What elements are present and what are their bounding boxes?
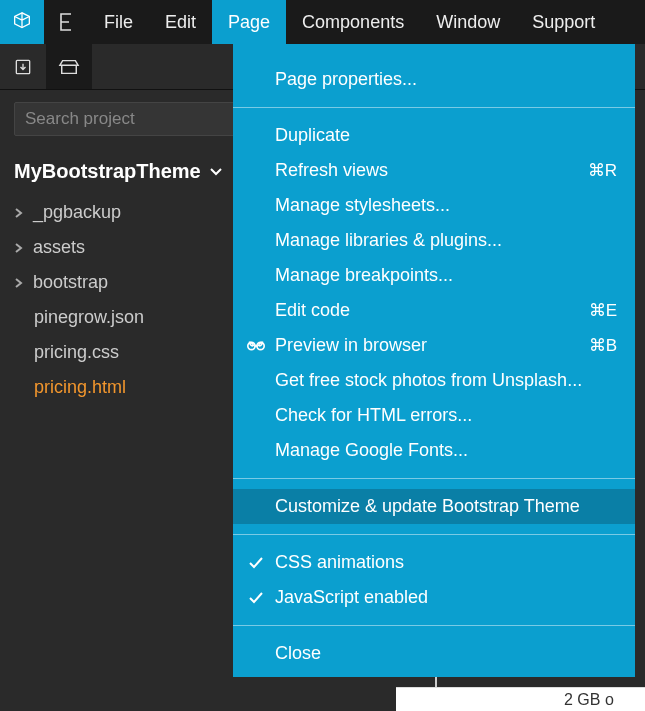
chevron-right-icon bbox=[14, 277, 27, 289]
app-logo-icon[interactable] bbox=[0, 0, 44, 44]
dd-label: Manage stylesheets... bbox=[275, 195, 450, 216]
dd-manage-libraries[interactable]: Manage libraries & plugins... bbox=[233, 223, 635, 258]
dd-label: Check for HTML errors... bbox=[275, 405, 472, 426]
dd-google-fonts[interactable]: Manage Google Fonts... bbox=[233, 433, 635, 468]
check-icon bbox=[245, 591, 267, 605]
dd-refresh-views[interactable]: Refresh views ⌘R bbox=[233, 153, 635, 188]
dd-shortcut: ⌘B bbox=[589, 335, 617, 356]
dd-manage-stylesheets[interactable]: Manage stylesheets... bbox=[233, 188, 635, 223]
dd-label: Duplicate bbox=[275, 125, 350, 146]
dd-close[interactable]: Close bbox=[233, 636, 635, 671]
dd-js-enabled[interactable]: JavaScript enabled bbox=[233, 580, 635, 615]
dd-label: Edit code bbox=[275, 300, 350, 321]
chevron-down-icon bbox=[209, 167, 223, 177]
chevron-right-icon bbox=[14, 207, 27, 219]
dd-page-properties[interactable]: Page properties... bbox=[233, 62, 635, 97]
tree-label: pinegrow.json bbox=[34, 307, 144, 328]
tree-label: bootstrap bbox=[33, 272, 108, 293]
menu-support[interactable]: Support bbox=[516, 0, 611, 44]
tree-label: pricing.css bbox=[34, 342, 119, 363]
dropdown-separator bbox=[233, 107, 635, 108]
tree-label: assets bbox=[33, 237, 85, 258]
menu-components[interactable]: Components bbox=[286, 0, 420, 44]
tree-label: _pgbackup bbox=[33, 202, 121, 223]
page-dropdown: Page properties... Duplicate Refresh vie… bbox=[233, 44, 635, 677]
dd-label: Refresh views bbox=[275, 160, 388, 181]
dd-check-html-errors[interactable]: Check for HTML errors... bbox=[233, 398, 635, 433]
dd-label: CSS animations bbox=[275, 552, 404, 573]
dd-edit-code[interactable]: Edit code ⌘E bbox=[233, 293, 635, 328]
menu-file[interactable]: File bbox=[88, 0, 149, 44]
check-icon bbox=[245, 556, 267, 570]
dd-manage-breakpoints[interactable]: Manage breakpoints... bbox=[233, 258, 635, 293]
toolbar-project-icon[interactable] bbox=[46, 44, 92, 89]
dropdown-separator bbox=[233, 625, 635, 626]
dd-label: Get free stock photos from Unsplash... bbox=[275, 370, 582, 391]
menu-page[interactable]: Page bbox=[212, 0, 286, 44]
dd-css-animations[interactable]: CSS animations bbox=[233, 545, 635, 580]
dd-label: JavaScript enabled bbox=[275, 587, 428, 608]
dd-shortcut: ⌘R bbox=[588, 160, 617, 181]
dropdown-separator bbox=[233, 478, 635, 479]
dd-label: Customize & update Bootstrap Theme bbox=[275, 496, 580, 517]
tree-label: pricing.html bbox=[34, 377, 126, 398]
dd-label: Manage breakpoints... bbox=[275, 265, 453, 286]
dd-duplicate[interactable]: Duplicate bbox=[233, 118, 635, 153]
menu-edit[interactable]: Edit bbox=[149, 0, 212, 44]
dd-label: Manage libraries & plugins... bbox=[275, 230, 502, 251]
menubar: File Edit Page Components Window Support bbox=[0, 0, 645, 44]
toolbar-import-icon[interactable] bbox=[0, 44, 46, 89]
dd-label: Manage Google Fonts... bbox=[275, 440, 468, 461]
link-icon bbox=[245, 340, 267, 352]
dd-customize-bootstrap[interactable]: Customize & update Bootstrap Theme bbox=[233, 489, 635, 524]
dd-label: Preview in browser bbox=[275, 335, 427, 356]
dd-unsplash[interactable]: Get free stock photos from Unsplash... bbox=[233, 363, 635, 398]
dd-label: Close bbox=[275, 643, 321, 664]
dd-shortcut: ⌘E bbox=[589, 300, 617, 321]
dd-preview-browser[interactable]: Preview in browser ⌘B bbox=[233, 328, 635, 363]
dropdown-separator bbox=[233, 534, 635, 535]
chevron-right-icon bbox=[14, 242, 27, 254]
dd-label: Page properties... bbox=[275, 69, 417, 90]
e-logo-icon[interactable] bbox=[44, 0, 88, 44]
menu-window[interactable]: Window bbox=[420, 0, 516, 44]
background-snippet: 2 GB o bbox=[396, 687, 645, 711]
project-name: MyBootstrapTheme bbox=[14, 160, 201, 183]
